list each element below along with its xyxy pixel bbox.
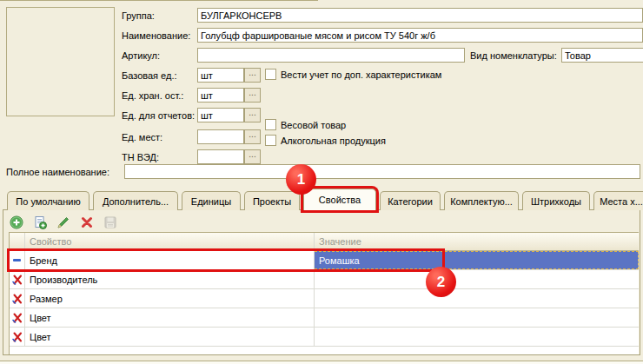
property-value-cell[interactable] — [315, 308, 639, 327]
weight-goods-checkbox[interactable]: Весовой товар — [265, 119, 346, 130]
full-name-label: Полное наименование: — [6, 167, 109, 177]
storage-unit-select-button[interactable]: ... — [244, 88, 261, 103]
header-value-column[interactable]: Значение — [315, 233, 639, 250]
top-border-line — [0, 0, 318, 1]
base-unit-label: Базовая ед.: — [122, 70, 177, 81]
property-name-cell[interactable]: Цвет — [25, 328, 315, 346]
tab-barcodes[interactable]: Штрихкоды — [522, 191, 590, 210]
property-row-0[interactable]: БрендРомашка — [10, 251, 639, 270]
storage-unit-field[interactable]: шт — [197, 88, 244, 103]
places-unit-select-button[interactable]: ... — [244, 129, 261, 144]
add-button[interactable] — [9, 215, 24, 230]
places-unit-label: Ед. мест: — [122, 132, 162, 142]
property-row-4[interactable]: Цвет — [10, 328, 639, 347]
tab-units[interactable]: Единицы — [182, 191, 241, 210]
property-name-cell[interactable]: Бренд — [25, 251, 315, 269]
group-label: Группа: — [122, 10, 155, 21]
tab-components[interactable]: Комплектую... — [444, 191, 519, 210]
tab-storage-places[interactable]: Места х... — [593, 191, 643, 210]
name-field[interactable]: Голубцф фаршированые мясом и рисом ТУ 54… — [197, 28, 643, 43]
property-row-1[interactable]: Производитель — [10, 270, 639, 289]
alcohol-checkbox-label: Алкогольная продукция — [281, 136, 386, 146]
base-unit-select-button[interactable]: ... — [244, 68, 261, 83]
article-label: Артикул: — [122, 50, 160, 61]
red-cross-icon — [80, 215, 94, 229]
property-name-cell[interactable]: Размер — [25, 289, 315, 308]
product-image-placeholder[interactable] — [6, 7, 115, 116]
checkbox-icon[interactable] — [265, 135, 276, 146]
tab-properties[interactable]: Свойства — [303, 189, 376, 210]
report-unit-field[interactable]: шт — [197, 108, 244, 122]
property-row-2[interactable]: Размер — [10, 289, 639, 308]
delete-button[interactable] — [79, 215, 95, 230]
full-name-field[interactable] — [124, 164, 640, 179]
disk-icon — [103, 215, 117, 229]
report-unit-label: Ед. для отчетов: — [122, 110, 195, 121]
tab-bar: По умолчаниюДополнитель...ЕдиницыПроекты… — [7, 189, 643, 210]
property-name-cell[interactable]: Производитель — [25, 270, 315, 288]
nomenclature-type-field[interactable]: Товар — [561, 48, 643, 63]
tab-default[interactable]: По умолчанию — [7, 191, 89, 210]
tnved-field[interactable] — [197, 149, 244, 164]
tnved-label: ТН ВЭД: — [122, 152, 159, 162]
product-form-window: Группа: БУЛГАРКОНСЕРВ Наименование: Голу… — [0, 0, 643, 364]
places-unit-field[interactable] — [197, 129, 244, 144]
characteristics-checkbox-label: Вести учет по доп. характеристикам — [281, 69, 441, 80]
property-value-cell[interactable] — [315, 328, 639, 346]
set-value-button[interactable] — [103, 215, 118, 230]
pencil-icon — [56, 215, 70, 229]
name-label: Наименование: — [122, 30, 190, 41]
tnved-select-button[interactable]: ... — [244, 149, 261, 164]
property-name-cell[interactable]: Цвет — [25, 308, 315, 327]
properties-table: Свойство Значение БрендРомашкаПроизводит… — [9, 232, 639, 354]
plus-circle-icon — [10, 215, 23, 229]
property-value-cell[interactable] — [315, 289, 639, 308]
properties-toolbar — [9, 215, 118, 230]
edit-button[interactable] — [56, 215, 71, 230]
base-unit-field[interactable]: шт — [197, 68, 244, 83]
property-icon — [10, 308, 25, 327]
property-icon — [10, 289, 25, 308]
table-header-row: Свойство Значение — [10, 233, 639, 251]
characteristics-checkbox[interactable]: Вести учет по доп. характеристикам — [265, 69, 441, 80]
header-property-column[interactable]: Свойство — [25, 233, 315, 250]
property-value-cell[interactable]: Ромашка — [315, 251, 639, 269]
header-icon-column — [10, 233, 25, 250]
article-field[interactable] — [197, 48, 465, 63]
report-unit-select-button[interactable]: ... — [244, 108, 261, 122]
property-icon — [10, 328, 25, 346]
group-field[interactable]: БУЛГАРКОНСЕРВ — [197, 8, 643, 23]
property-value-cell[interactable] — [315, 270, 639, 288]
table-body: БрендРомашкаПроизводительРазмерЦветЦвет — [10, 251, 639, 347]
property-row-3[interactable]: Цвет — [10, 308, 639, 328]
tab-categories[interactable]: Категории — [380, 191, 441, 210]
checkbox-icon[interactable] — [265, 119, 276, 130]
copy-document-icon — [33, 215, 47, 229]
storage-unit-label: Ед. хран. ост.: — [122, 90, 183, 101]
tab-projects[interactable]: Проекты — [244, 191, 300, 210]
alcohol-checkbox[interactable]: Алкогольная продукция — [265, 135, 386, 146]
minus-icon — [10, 251, 25, 269]
weight-goods-checkbox-label: Весовой товар — [281, 120, 346, 130]
checkbox-icon[interactable] — [265, 69, 276, 80]
property-icon — [10, 270, 25, 288]
nomenclature-type-label: Вид номенклатуры: — [470, 50, 557, 61]
add-copy-button[interactable] — [32, 215, 48, 230]
tab-additional[interactable]: Дополнитель... — [93, 191, 178, 210]
